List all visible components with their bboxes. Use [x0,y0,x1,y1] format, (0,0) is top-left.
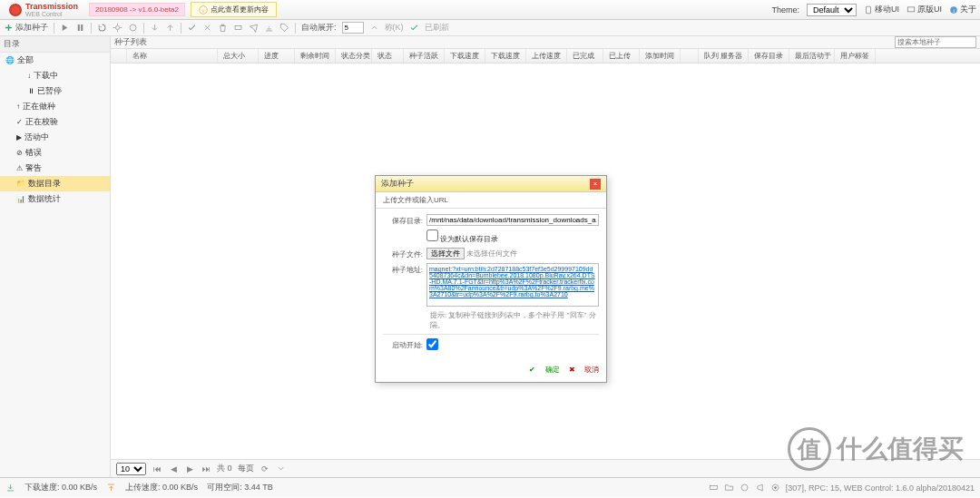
torrent-file-label: 种子文件: [383,248,426,259]
auto-start-label: 启动开始: [383,338,426,350]
torrent-addr-label: 种子地址: [383,263,426,275]
dialog-overlay: 添加种子 × 上传文件或输入URL 保存目录: 设为默认保存目录 种子文件: 选… [0,0,980,498]
dialog-tab[interactable]: 上传文件或输入URL [376,192,606,209]
dialog-title: 添加种子 [381,178,414,190]
save-dir-input[interactable] [426,214,599,226]
ok-button[interactable]: ✔ 确定 [529,366,559,374]
watermark-icon: 值 [788,427,831,471]
no-file-text: 未选择任何文件 [466,249,517,258]
set-default-checkbox[interactable]: 设为默认保存目录 [426,235,498,243]
save-dir-label: 保存目录: [383,214,426,226]
choose-file-button[interactable]: 选择文件 [426,248,465,259]
dialog-hint: 提示: 复制种子链接到列表中，多个种子用 "回车" 分隔。 [430,310,599,330]
cancel-button[interactable]: ✖ 取消 [569,366,599,374]
auto-start-checkbox[interactable] [426,338,438,350]
add-torrent-dialog: 添加种子 × 上传文件或输入URL 保存目录: 设为默认保存目录 种子文件: 选… [375,175,607,383]
torrent-url-textarea[interactable]: magnet:?xt=urn:btih:2d7287188c53f7ef3e5d… [426,263,599,307]
close-icon[interactable]: × [590,179,601,190]
watermark: 值 什么值得买 [788,427,964,471]
